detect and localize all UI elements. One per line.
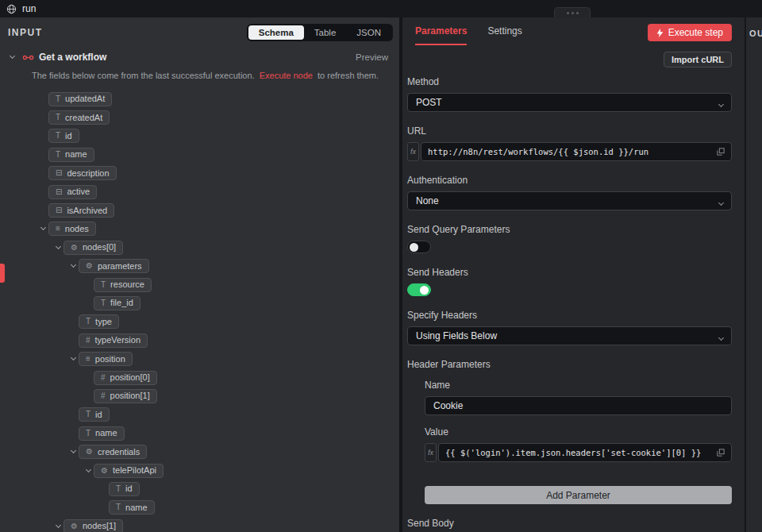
schema-field-pill[interactable]: ≡nodes bbox=[48, 222, 96, 236]
schema-field-pill[interactable]: ⚙parameters bbox=[79, 259, 149, 273]
schema-field-pill[interactable]: Tid bbox=[48, 129, 79, 143]
schema-field-label: file_id bbox=[110, 299, 133, 307]
schema-field-label: parameters bbox=[98, 262, 142, 271]
schema-field-row: Tid bbox=[0, 480, 399, 498]
schema-field-pill[interactable]: ⚙credentials bbox=[79, 445, 147, 459]
type-object-icon: ⚙ bbox=[71, 522, 78, 530]
input-view-tabs: SchemaTableJSON bbox=[247, 24, 393, 41]
schema-field-pill[interactable]: ⚙telePilotApi bbox=[94, 464, 164, 478]
schema-field-pill[interactable]: ⊟active bbox=[48, 185, 97, 199]
chevron-down-icon[interactable] bbox=[83, 470, 94, 472]
type-string-icon: T bbox=[86, 318, 90, 326]
method-select[interactable]: POST bbox=[407, 93, 732, 112]
schema-field-row: ≡position bbox=[0, 349, 399, 368]
schema-field-pill[interactable]: TupdatedAt bbox=[48, 92, 112, 106]
chevron-down-icon[interactable] bbox=[67, 451, 79, 453]
panel-edge-handle[interactable] bbox=[0, 264, 5, 283]
type-string-icon: T bbox=[101, 299, 106, 307]
type-number-icon: # bbox=[101, 392, 106, 400]
tab-json[interactable]: JSON bbox=[346, 25, 391, 40]
chevron-down-icon[interactable] bbox=[6, 56, 17, 58]
chevron-down-icon[interactable] bbox=[52, 247, 64, 249]
topbar: run bbox=[0, 0, 762, 17]
select-value: POST bbox=[416, 97, 442, 108]
schema-field-pill[interactable]: ⚙nodes[1] bbox=[64, 519, 123, 532]
field-label: Header Parameters bbox=[407, 359, 732, 370]
type-string-icon: T bbox=[56, 151, 60, 159]
expand-expression-icon[interactable] bbox=[717, 449, 725, 457]
detail-panel-header: ParametersSettings Execute step bbox=[402, 17, 745, 46]
type-string-icon: T bbox=[56, 114, 60, 121]
specify-headers-select[interactable]: Using Fields Below bbox=[407, 326, 732, 345]
expression-toggle[interactable]: fx bbox=[425, 443, 437, 462]
tab-table[interactable]: Table bbox=[304, 25, 347, 40]
header-parameters-field: Header Parameters Name Cookie Value fx {… bbox=[407, 359, 732, 504]
schema-field-row: ⚙nodes[0] bbox=[0, 238, 399, 256]
tab-parameters[interactable]: Parameters bbox=[415, 25, 467, 45]
parameters-form: Import cURL Method POST URL fx bbox=[402, 46, 745, 532]
type-object-icon: ⚙ bbox=[71, 244, 78, 252]
field-label: Name bbox=[425, 380, 732, 391]
specify-headers-field: Specify Headers Using Fields Below bbox=[407, 310, 732, 345]
header-value-input[interactable]: {{ $('login').item.json.headers['set-coo… bbox=[438, 443, 732, 462]
schema-field-pill[interactable]: ⊟description bbox=[48, 166, 117, 180]
chevron-down-icon[interactable] bbox=[67, 265, 79, 267]
chevron-down-icon[interactable] bbox=[37, 228, 48, 229]
chevron-down-icon[interactable] bbox=[52, 526, 64, 527]
schema-field-label: telePilotApi bbox=[113, 466, 156, 475]
type-string-icon: T bbox=[56, 95, 60, 103]
schema-field-pill[interactable]: ≡position bbox=[79, 352, 133, 366]
import-curl-button[interactable]: Import cURL bbox=[664, 52, 732, 67]
type-object-icon: ⚙ bbox=[101, 467, 108, 475]
type-object-icon: ⚙ bbox=[86, 448, 93, 456]
send-headers-field: Send Headers bbox=[407, 267, 732, 296]
schema-field-pill[interactable]: Ttype bbox=[79, 314, 119, 329]
globe-icon bbox=[6, 4, 17, 14]
tab-schema[interactable]: Schema bbox=[248, 25, 304, 40]
schema-field-pill[interactable]: Tname bbox=[48, 148, 94, 162]
schema-tree: TupdatedAtTcreatedAtTidTname⊟description… bbox=[0, 90, 399, 532]
expression-toggle[interactable]: fx bbox=[407, 142, 419, 161]
schema-field-label: nodes[1] bbox=[83, 522, 116, 530]
schema-field-pill[interactable]: #typeVersion bbox=[79, 333, 148, 348]
schema-field-pill[interactable]: Tid bbox=[109, 482, 140, 496]
add-parameter-button[interactable]: Add Parameter bbox=[425, 486, 732, 504]
schema-field-row: ⚙parameters bbox=[0, 257, 399, 276]
send-headers-toggle[interactable] bbox=[407, 283, 431, 296]
schema-field-pill[interactable]: Tresource bbox=[94, 278, 152, 292]
schema-field-label: name bbox=[125, 503, 148, 512]
schema-field-row: ⚙nodes[1] bbox=[0, 517, 399, 532]
authentication-select[interactable]: None bbox=[407, 191, 732, 210]
schema-field-row: ⚙credentials bbox=[0, 442, 399, 461]
execute-node-link[interactable]: Execute node bbox=[260, 71, 313, 80]
notice-text: The fields below come from the last succ… bbox=[32, 71, 255, 80]
schema-field-label: type bbox=[95, 318, 112, 326]
schema-field-pill[interactable]: Tid bbox=[79, 407, 110, 422]
field-label: Value bbox=[425, 426, 732, 438]
schema-field-pill[interactable]: #position[1] bbox=[94, 389, 157, 403]
tab-settings[interactable]: Settings bbox=[487, 25, 521, 45]
panel-drag-handle[interactable] bbox=[554, 7, 591, 17]
url-input[interactable]: http://n8n/rest/workflows/{{ $json.id }}… bbox=[421, 142, 732, 161]
type-array-icon: ≡ bbox=[56, 225, 60, 233]
schema-field-pill[interactable]: TcreatedAt bbox=[48, 110, 110, 125]
chevron-down-icon[interactable] bbox=[67, 358, 79, 360]
schema-field-pill[interactable]: ⚙nodes[0] bbox=[64, 241, 123, 255]
schema-field-pill[interactable]: #position[0] bbox=[94, 371, 157, 385]
header-name-input[interactable]: Cookie bbox=[425, 396, 732, 415]
send-query-toggle[interactable] bbox=[407, 241, 431, 253]
schema-field-pill[interactable]: Tname bbox=[79, 426, 125, 441]
type-string-icon: T bbox=[86, 430, 90, 438]
app-root: run INPUT SchemaTableJSON Get a workflow… bbox=[0, 0, 762, 532]
method-field: Method POST bbox=[407, 76, 732, 112]
source-node-title[interactable]: Get a workflow bbox=[39, 52, 106, 63]
schema-field-row: #position[1] bbox=[0, 387, 399, 405]
schema-field-pill[interactable]: ⊟isArchived bbox=[48, 203, 114, 218]
schema-field-pill[interactable]: Tname bbox=[109, 500, 155, 515]
schema-field-pill[interactable]: Tfile_id bbox=[94, 296, 140, 310]
select-value: None bbox=[416, 195, 439, 206]
preview-label[interactable]: Preview bbox=[356, 52, 388, 62]
execute-step-button[interactable]: Execute step bbox=[648, 24, 732, 41]
expand-expression-icon[interactable] bbox=[717, 148, 725, 156]
input-panel-title: INPUT bbox=[8, 27, 43, 38]
